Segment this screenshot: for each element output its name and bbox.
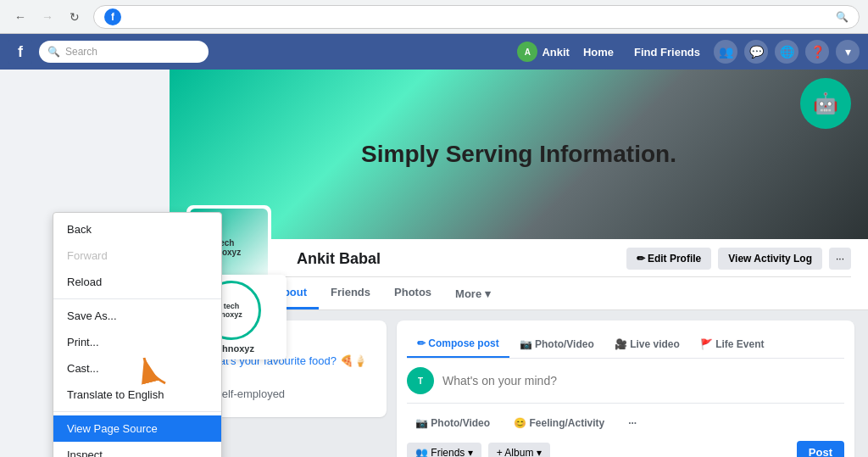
forward-button[interactable]: →: [36, 5, 59, 29]
menu-back[interactable]: Back: [53, 216, 221, 242]
more-action-button[interactable]: ···: [620, 412, 645, 434]
fb-topnav: f 🔍 Search A Ankit Home Find Friends 👥 💬…: [0, 34, 868, 70]
globe-icon[interactable]: 🌐: [775, 40, 798, 64]
view-activity-button[interactable]: View Activity Log: [718, 248, 822, 270]
fb-nav-user[interactable]: A Ankit: [517, 42, 570, 62]
album-button[interactable]: + Album ▾: [488, 443, 550, 458]
fb-logo: f: [8, 40, 32, 64]
search-icon: 🔍: [47, 46, 60, 58]
chevron-down-icon[interactable]: ▾: [836, 40, 860, 64]
cover-mascot: 🤖: [800, 78, 851, 129]
chevron-down-icon: ▾: [485, 287, 491, 300]
edit-profile-button[interactable]: ✏ Edit Profile: [626, 248, 712, 270]
profile-name-row: Ankit Babal ✏ Edit Profile View Activity…: [186, 239, 851, 270]
menu-view-source[interactable]: View Page Source: [53, 415, 221, 442]
post-options: 👥 Friends ▾ + Album ▾ Post: [407, 441, 844, 457]
profile-name: Ankit Babal: [297, 250, 381, 268]
address-bar[interactable]: f Technoxyz.Com 🔍: [93, 5, 860, 29]
post-input[interactable]: [442, 369, 844, 393]
composer-avatar: T: [407, 367, 434, 394]
find-friends-link[interactable]: Find Friends: [627, 42, 707, 62]
tab-photos[interactable]: Photos: [382, 277, 443, 309]
search-icon: 🔍: [836, 11, 849, 23]
menu-separator-1: [53, 298, 221, 299]
composer-input-row: T: [407, 367, 844, 394]
fb-favicon: f: [104, 8, 121, 25]
user-avatar: A: [517, 42, 537, 62]
menu-reload[interactable]: Reload: [53, 269, 221, 295]
main-area: Simply Serving Information. 🤖 technoxyz …: [0, 70, 868, 457]
user-name: Ankit: [542, 46, 570, 59]
photo-action-button[interactable]: 📷 Photo/Video: [407, 412, 498, 434]
profile-actions: ✏ Edit Profile View Activity Log ···: [626, 248, 851, 270]
composer-tabs: ✏ Compose post 📷 Photo/Video 🎥 Live vide…: [407, 331, 844, 359]
post-button[interactable]: Post: [797, 441, 844, 457]
menu-forward[interactable]: Forward: [53, 242, 221, 269]
live-video-tab[interactable]: 🎥 Live video: [604, 331, 690, 358]
browser-chrome: ← → ↻ f Technoxyz.Com 🔍: [0, 0, 868, 34]
tab-more[interactable]: More ▾: [443, 277, 503, 309]
menu-save-as[interactable]: Save As...: [53, 303, 221, 329]
cover-photo: Simply Serving Information. 🤖: [170, 70, 868, 239]
more-options-button[interactable]: ···: [829, 248, 851, 270]
back-button[interactable]: ←: [8, 5, 32, 29]
nav-buttons: ← → ↻: [8, 5, 86, 29]
context-menu: Back Forward Reload Save As... Print... …: [53, 212, 222, 457]
friends-requests-icon[interactable]: 👥: [714, 40, 737, 64]
home-link[interactable]: Home: [576, 42, 620, 62]
url-input[interactable]: Technoxyz.Com: [126, 10, 831, 23]
tab-friends[interactable]: Friends: [319, 277, 382, 309]
compose-post-tab[interactable]: ✏ Compose post: [407, 331, 509, 358]
arrow-indicator: [131, 341, 182, 395]
messenger-icon[interactable]: 💬: [744, 40, 768, 64]
fb-page: Simply Serving Information. 🤖 technoxyz …: [170, 70, 868, 457]
employment-label: Self-employed: [214, 387, 285, 400]
arrow-svg: [131, 341, 182, 392]
feeling-action-button[interactable]: 😊 Feeling/Activity: [505, 412, 613, 434]
right-panel: ✏ Compose post 📷 Photo/Video 🎥 Live vide…: [397, 320, 854, 457]
photo-video-tab[interactable]: 📷 Photo/Video: [509, 331, 604, 358]
life-event-tab[interactable]: 🚩 Life Event: [690, 331, 775, 358]
post-composer: ✏ Compose post 📷 Photo/Video 🎥 Live vide…: [397, 320, 854, 457]
friends-button[interactable]: 👥 Friends ▾: [407, 443, 481, 458]
cover-tagline: Simply Serving Information.: [361, 141, 676, 168]
fb-search-bar[interactable]: 🔍 Search: [39, 41, 209, 63]
help-icon[interactable]: ❓: [805, 40, 829, 64]
reload-button[interactable]: ↻: [63, 5, 86, 29]
menu-inspect[interactable]: Inspect: [53, 442, 221, 457]
composer-actions: 📷 Photo/Video 😊 Feeling/Activity ···: [407, 403, 844, 434]
menu-separator-2: [53, 411, 221, 412]
